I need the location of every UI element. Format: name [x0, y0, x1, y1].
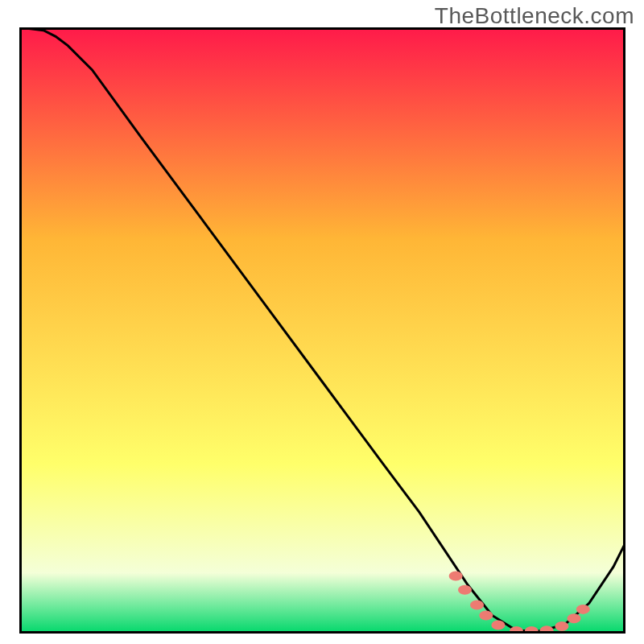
chart-frame: TheBottleneck.com	[0, 0, 644, 644]
gradient-background	[19, 27, 625, 634]
chart-svg	[19, 27, 625, 634]
curve-marker	[479, 610, 493, 620]
curve-marker	[491, 620, 505, 630]
curve-marker	[555, 621, 568, 631]
curve-marker	[576, 605, 590, 614]
bottleneck-chart	[19, 27, 625, 634]
curve-marker	[470, 601, 484, 610]
curve-marker	[458, 585, 472, 595]
curve-marker	[568, 613, 581, 623]
curve-marker	[449, 571, 463, 580]
watermark-text: TheBottleneck.com	[435, 3, 634, 29]
